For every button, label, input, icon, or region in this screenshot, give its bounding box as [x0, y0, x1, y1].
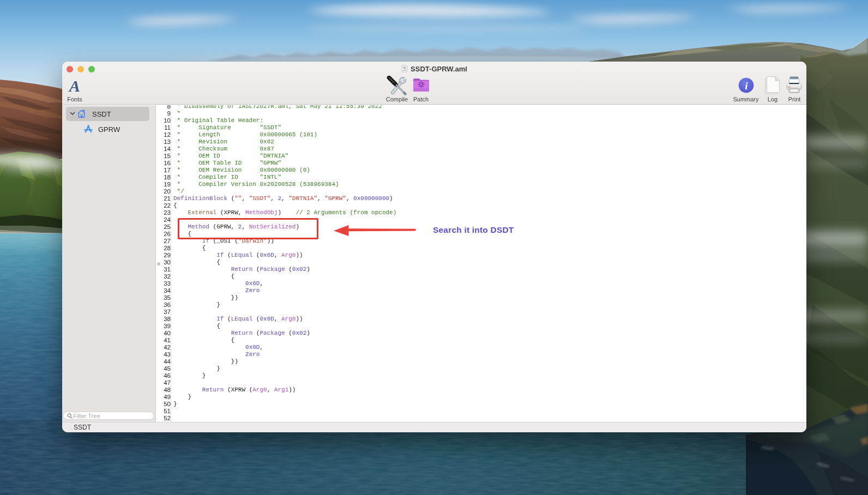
svg-text:i: i — [745, 80, 748, 92]
